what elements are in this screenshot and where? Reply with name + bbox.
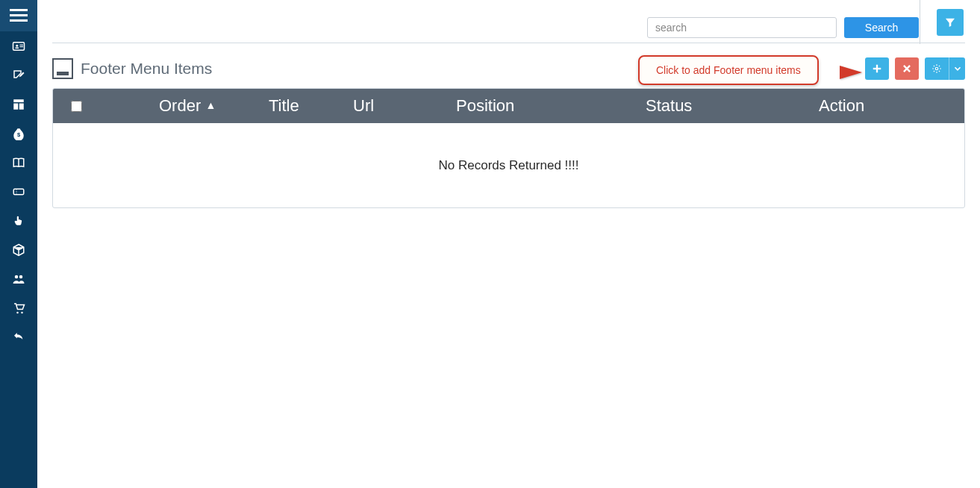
column-header-order[interactable]: Order ▲ [99, 96, 260, 116]
divider [52, 43, 965, 43]
settings-button-group [925, 57, 965, 80]
plus-icon [872, 63, 882, 74]
column-header-action: Action [810, 96, 964, 116]
svg-rect-2 [10, 19, 28, 22]
settings-button[interactable] [925, 57, 949, 80]
ticket-icon [12, 185, 25, 198]
search-input[interactable] [647, 17, 837, 38]
nav-item-undo[interactable] [0, 322, 37, 351]
filter-panel-toggle [920, 0, 980, 44]
main-content: Search Footer Menu Items [37, 0, 980, 488]
nav-item-shopping-cart[interactable] [0, 293, 37, 322]
svg-rect-6 [20, 44, 24, 45]
nav-item-package[interactable] [0, 235, 37, 264]
nav-item-book[interactable] [0, 148, 37, 177]
nav-item-id-card[interactable] [0, 31, 37, 60]
column-header-position[interactable]: Position [447, 96, 637, 116]
svg-point-4 [16, 44, 18, 46]
sidebar: $ [0, 0, 37, 488]
column-header-status[interactable]: Status [637, 96, 810, 116]
svg-rect-0 [10, 9, 28, 11]
hamburger-icon [9, 9, 28, 22]
nav-item-hand-pointer[interactable] [0, 206, 37, 235]
svg-point-16 [19, 275, 23, 278]
svg-rect-8 [13, 99, 24, 102]
id-card-icon [12, 40, 25, 53]
add-button[interactable] [865, 57, 889, 80]
people-icon [12, 272, 25, 286]
delete-button[interactable] [895, 57, 919, 80]
gear-icon [931, 63, 942, 74]
search-button[interactable]: Search [844, 17, 919, 38]
hand-pointer-icon [12, 214, 25, 228]
nav-item-edit-note[interactable] [0, 60, 37, 90]
book-icon [12, 156, 25, 169]
chevron-down-icon [952, 63, 963, 74]
table-body-empty: No Records Returned !!!! [53, 123, 964, 207]
nav-item-money-bag[interactable]: $ [0, 119, 37, 148]
nav-item-people[interactable] [0, 264, 37, 293]
search-bar: Search [37, 0, 980, 44]
sort-asc-icon: ▲ [205, 99, 216, 111]
close-icon [902, 63, 912, 74]
edit-note-icon [12, 69, 25, 82]
nav-toggle-button[interactable] [0, 0, 37, 31]
svg-rect-9 [13, 103, 18, 109]
data-table: Order ▲ Title Url Position Status Action… [52, 88, 965, 208]
svg-rect-5 [16, 47, 19, 49]
package-icon [12, 243, 25, 257]
money-bag-icon: $ [12, 127, 25, 140]
settings-dropdown-button[interactable] [949, 57, 965, 80]
nav-item-layout[interactable] [0, 90, 37, 119]
page-title: Footer Menu Items [81, 60, 212, 78]
svg-rect-1 [10, 14, 28, 16]
nav-item-ticket[interactable] [0, 177, 37, 206]
header-actions [865, 57, 965, 80]
svg-rect-13 [13, 189, 24, 195]
shopping-cart-icon [12, 301, 25, 315]
funnel-icon [944, 16, 956, 28]
footer-menu-icon [52, 58, 73, 79]
add-callout-tooltip: Click to add Footer menu items [638, 55, 819, 85]
svg-rect-20 [873, 68, 881, 69]
column-header-title[interactable]: Title [260, 96, 344, 116]
page-header: Footer Menu Items [52, 54, 965, 83]
undo-icon [12, 331, 25, 344]
layout-icon [12, 98, 25, 111]
column-header-select-all [53, 101, 99, 112]
table-header-row: Order ▲ Title Url Position Status Action [53, 89, 964, 123]
svg-point-17 [16, 311, 19, 313]
callout-arrow-icon [840, 66, 862, 79]
svg-point-15 [15, 275, 19, 278]
select-all-checkbox[interactable] [71, 101, 82, 112]
filter-button[interactable] [937, 9, 964, 36]
column-header-url[interactable]: Url [344, 96, 447, 116]
svg-point-21 [935, 67, 938, 70]
svg-rect-10 [19, 103, 24, 109]
svg-rect-7 [20, 46, 24, 47]
svg-point-18 [21, 311, 23, 313]
